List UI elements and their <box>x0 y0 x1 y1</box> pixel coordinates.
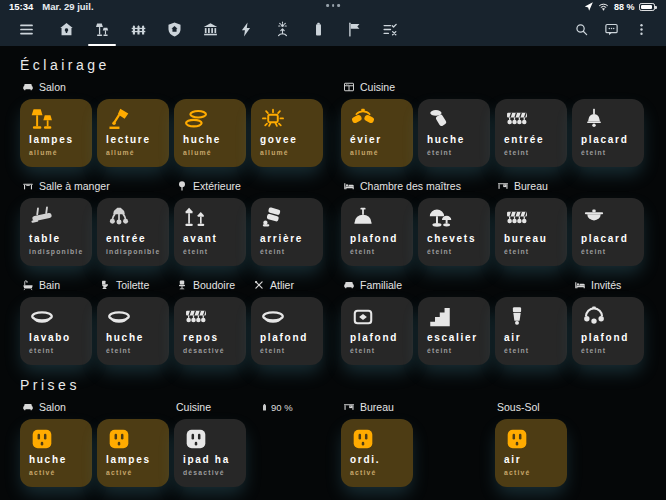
tile-arriere[interactable]: arrièreéteint <box>251 198 323 266</box>
flush-oval-icon <box>106 304 132 330</box>
hamburger-icon <box>18 21 35 38</box>
tile-entree[interactable]: entréeindisponible <box>97 198 169 266</box>
half-column: BainlavaboéteintToilettehucheéteintBoudo… <box>20 278 323 365</box>
tile-label: chevets <box>427 233 476 245</box>
room-group-exterieure: Extérieureavantéteintarrièreéteint <box>174 179 323 266</box>
tiles: avantéteintarrièreéteint <box>174 198 323 266</box>
tiles: plafondéteintchevetséteint <box>341 198 490 266</box>
tiles: lampesallumélecturealluméhucheallumégove… <box>20 99 323 167</box>
tile-label: entrée <box>106 233 146 245</box>
countertop-icon <box>343 81 355 93</box>
tile-status: éteint <box>29 347 54 354</box>
battery-percent: 88 % <box>614 2 635 12</box>
half-column: SalonhucheactivélampesactivéCuisine90 %i… <box>20 400 323 487</box>
battery-icon <box>260 402 269 413</box>
tab-checklist[interactable] <box>372 13 408 46</box>
half-column: Chambre des maîtresplafondéteintchevetsé… <box>341 179 644 266</box>
tab-bank[interactable] <box>192 13 228 46</box>
tile-placard[interactable]: placardéteint <box>572 99 644 167</box>
tile-label: plafond <box>350 332 398 344</box>
tile-avant[interactable]: avantéteint <box>174 198 246 266</box>
tab-sprinkler[interactable] <box>264 13 300 46</box>
tile-bureau[interactable]: bureauéteint <box>495 198 567 266</box>
room-header-boudoire: Boudoire <box>176 278 246 292</box>
tile-label: huche <box>183 134 221 146</box>
tab-home[interactable] <box>48 13 84 46</box>
search-icon <box>574 22 589 37</box>
battery-icon <box>639 3 655 11</box>
tile-lecture[interactable]: lectureallumé <box>97 99 169 167</box>
tile-label: bureau <box>504 233 548 245</box>
room-header-cuisine: Cuisine <box>343 80 644 94</box>
tile-plafond[interactable]: plafondéteint <box>341 297 413 365</box>
tile-status: allumé <box>350 149 379 156</box>
room-group-toilette: Toilettehucheéteint <box>97 278 169 365</box>
multitasking-indicator[interactable] <box>326 4 340 7</box>
tile-huche[interactable]: hucheéteint <box>418 99 490 167</box>
tile-label: lampes <box>29 134 74 146</box>
menu-button[interactable] <box>10 13 42 46</box>
track-rail-icon <box>504 106 530 132</box>
tile-huche[interactable]: hucheallumé <box>174 99 246 167</box>
tile-row: SalonhucheactivélampesactivéCuisine90 %i… <box>0 400 666 487</box>
tab-battery[interactable] <box>300 13 336 46</box>
tile-lavabo[interactable]: lavaboéteint <box>20 297 92 365</box>
tab-security[interactable] <box>156 13 192 46</box>
room-group-atlier: Atlierplafondéteint <box>251 278 323 365</box>
tile-status: activé <box>106 469 132 476</box>
room-group-salon: Salonlampesallumélecturealluméhucheallum… <box>20 80 323 167</box>
tab-lighting[interactable] <box>84 13 120 46</box>
tile-table[interactable]: tableindisponible <box>20 198 92 266</box>
tile-status: allumé <box>29 149 58 156</box>
chat-button[interactable] <box>596 13 626 46</box>
tile-ordi[interactable]: ordi.activé <box>341 419 413 487</box>
room-group-bureau: Bureaubureauéteintplacardéteint <box>495 179 644 266</box>
tile-placard[interactable]: placardéteint <box>572 198 644 266</box>
tab-energy[interactable] <box>228 13 264 46</box>
dome-pendant-icon <box>350 205 376 231</box>
tile-plafond[interactable]: plafondéteint <box>572 297 644 365</box>
floor-lamps-icon <box>29 106 55 132</box>
more-button[interactable] <box>626 13 656 46</box>
tiles: plafondéteint <box>251 297 323 365</box>
tile-huche[interactable]: hucheactivé <box>20 419 92 487</box>
room-group-sous-sol: Sous-Solairactivé <box>495 400 644 487</box>
room-label: Familiale <box>360 279 402 291</box>
tile-entree[interactable]: entréeéteint <box>495 99 567 167</box>
tile-lampes[interactable]: lampesactivé <box>97 419 169 487</box>
tile-lampes[interactable]: lampesallumé <box>20 99 92 167</box>
room-group-salon: Salonhucheactivélampesactivé <box>20 400 169 487</box>
tile-escalier[interactable]: escalieréteint <box>418 297 490 365</box>
tile-ipad-ha[interactable]: ipad hadésactivé <box>174 419 246 487</box>
half-column: Familialeplafondéteintescalieréteintairé… <box>341 278 644 365</box>
tile-repos[interactable]: reposdésactivé <box>174 297 246 365</box>
room-label: Bain <box>39 279 60 291</box>
desk-icon <box>497 180 509 192</box>
tile-status: allumé <box>106 149 135 156</box>
couch-icon <box>22 401 34 413</box>
tab-fence[interactable] <box>120 13 156 46</box>
tile-huche[interactable]: hucheéteint <box>97 297 169 365</box>
tile-chevets[interactable]: chevetséteint <box>418 198 490 266</box>
room-label: Cuisine <box>360 81 395 93</box>
bulb-spot-icon <box>504 304 530 330</box>
room-header-salle-a-manger: Salle à manger <box>22 179 169 193</box>
tile-label: plafond <box>260 332 308 344</box>
linear-suspension-icon <box>29 205 55 231</box>
tile-evier[interactable]: évierallumé <box>341 99 413 167</box>
tile-label: ipad ha <box>183 454 230 466</box>
tile-status: allumé <box>183 149 212 156</box>
tile-plafond[interactable]: plafondéteint <box>251 297 323 365</box>
room-header-exterieure: Extérieure <box>176 179 323 193</box>
tile-plafond[interactable]: plafondéteint <box>341 198 413 266</box>
search-button[interactable] <box>566 13 596 46</box>
room-label: Salon <box>39 81 66 93</box>
tab-flag[interactable] <box>336 13 372 46</box>
room-label: Sous-Sol <box>497 401 540 413</box>
tile-air[interactable]: airéteint <box>495 297 567 365</box>
tile-status: éteint <box>504 248 529 255</box>
tile-govee[interactable]: goveeallumé <box>251 99 323 167</box>
tile-air[interactable]: airactivé <box>495 419 567 487</box>
spot-single-icon <box>427 106 453 132</box>
tile-label: lavabo <box>29 332 71 344</box>
